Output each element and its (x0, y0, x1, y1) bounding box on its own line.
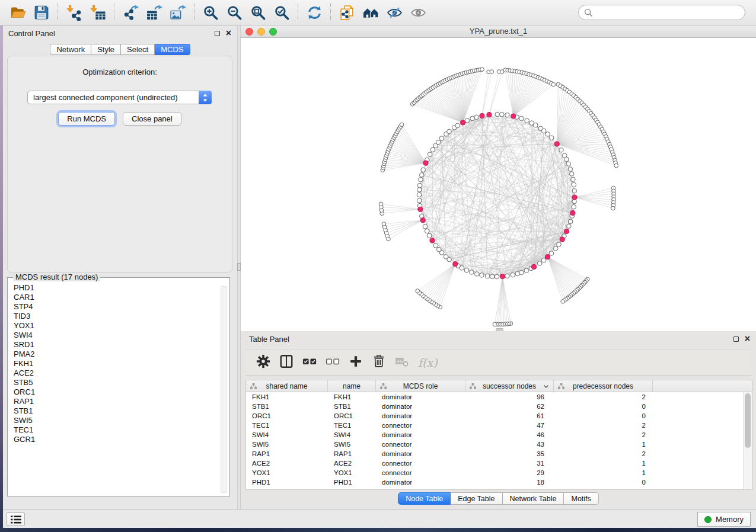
cell-predecessor-nodes: 2 (554, 392, 653, 402)
sites-icon[interactable] (360, 2, 381, 23)
cell-shared-name: YOX1 (246, 468, 328, 477)
import-network-icon[interactable] (63, 2, 85, 23)
deselect-all-icon[interactable] (326, 354, 340, 371)
cell-predecessor-nodes: 1 (554, 468, 653, 477)
mcds-result-item[interactable]: TID3 (14, 312, 215, 321)
mcds-result-item[interactable]: SWI4 (14, 331, 215, 340)
table-scrollbar[interactable] (743, 392, 752, 489)
table-row[interactable]: RAP1RAP1dominator352 (246, 449, 752, 459)
close-panel-button[interactable]: Close panel (123, 112, 181, 126)
mcds-result-box: MCDS result (17 nodes) PHD1CAR1STP4TID3Y… (7, 277, 230, 496)
result-scrollbar[interactable] (221, 286, 227, 493)
run-mcds-button[interactable]: Run MCDS (58, 112, 115, 126)
export-network-icon[interactable] (120, 2, 141, 23)
search-input[interactable] (596, 8, 739, 18)
column-header-name[interactable]: name (328, 380, 376, 392)
optimization-criterion-select[interactable]: largest connected component (undirected) (27, 91, 212, 104)
mcds-result-item[interactable]: STP4 (14, 302, 215, 312)
gear-icon[interactable] (256, 354, 270, 371)
tab-motifs[interactable]: Motifs (564, 492, 598, 505)
task-history-button[interactable] (7, 512, 25, 526)
cell-predecessor-nodes: 2 (554, 421, 653, 430)
export-image-icon[interactable] (167, 2, 189, 23)
tab-style[interactable]: Style (91, 44, 121, 55)
select-stepper-icon[interactable] (199, 91, 212, 104)
mcds-result-item[interactable]: ACE2 (14, 368, 215, 378)
column-label: predecessor nodes (573, 382, 633, 390)
zoom-selected-icon[interactable] (271, 2, 292, 23)
columns-icon[interactable] (279, 354, 294, 371)
column-header-predecessor-nodes[interactable]: predecessor nodes (554, 380, 653, 392)
table-row[interactable]: STB1STB1dominator620 (246, 402, 752, 411)
table-row[interactable]: ORC1ORC1dominator610 (246, 411, 752, 421)
refresh-layout-icon[interactable] (304, 2, 325, 23)
hierarchy-icon (380, 383, 387, 389)
mcds-result-item[interactable]: RAP1 (14, 397, 215, 406)
mcds-result-item[interactable]: CAR1 (14, 293, 215, 302)
mcds-result-item[interactable]: ORC1 (14, 387, 215, 397)
tab-mcds[interactable]: MCDS (155, 44, 190, 55)
cell-mcds-role: dominator (376, 449, 465, 459)
cell-mcds-role: dominator (376, 477, 465, 487)
mcds-result-item[interactable]: GCR1 (14, 435, 215, 444)
zoom-fit-icon[interactable] (247, 2, 269, 23)
tab-node-table[interactable]: Node Table (398, 492, 451, 505)
cell-name: SWI4 (328, 430, 376, 440)
mcds-result-item[interactable]: SWI5 (14, 416, 215, 425)
tab-edge-table[interactable]: Edge Table (451, 492, 502, 505)
table-row[interactable]: PHD1PHD1dominator180 (246, 477, 752, 487)
mcds-result-item[interactable]: YOX1 (14, 321, 215, 331)
mcds-result-item[interactable]: PMA2 (14, 350, 215, 359)
table-scrollbar-thumb[interactable] (745, 393, 751, 448)
mcds-result-item[interactable]: PHD1 (14, 283, 215, 293)
table-row[interactable]: FKH1FKH1dominator962 (246, 392, 752, 402)
column-header-mcds-role[interactable]: MCDS role (376, 380, 465, 392)
toolbar-separator (330, 4, 331, 21)
float-panel-icon[interactable] (733, 336, 739, 342)
table-row[interactable]: ACE2ACE2connector311 (246, 459, 752, 468)
memory-button[interactable]: Memory (697, 512, 751, 527)
mcds-result-item[interactable]: TEC1 (14, 425, 215, 435)
close-window-icon[interactable] (245, 28, 253, 36)
zoom-out-icon[interactable] (224, 2, 245, 23)
float-panel-icon[interactable] (215, 31, 220, 36)
add-column-icon[interactable] (349, 354, 363, 371)
table-panel: Table Panel × f(x) shared namenameMCDS r… (241, 331, 756, 509)
close-panel-icon[interactable]: × (745, 335, 750, 342)
save-icon[interactable] (31, 2, 52, 23)
import-table-icon[interactable] (87, 2, 109, 23)
cell-predecessor-nodes: 0 (554, 411, 653, 421)
hide-details-icon[interactable] (384, 2, 405, 23)
mcds-result-item[interactable]: STB1 (14, 406, 215, 416)
network-canvas[interactable] (241, 38, 756, 331)
select-all-icon[interactable] (302, 354, 317, 371)
column-header-shared-name[interactable]: shared name (246, 380, 328, 392)
delete-column-icon[interactable] (372, 354, 386, 371)
toolbar-separator (58, 4, 58, 21)
tab-network-table[interactable]: Network Table (503, 492, 564, 505)
minimize-window-icon[interactable] (257, 28, 265, 36)
column-label: successor nodes (483, 382, 536, 390)
tab-select[interactable]: Select (121, 44, 155, 55)
mcds-result-item[interactable]: STB5 (14, 378, 215, 387)
mcds-result-item[interactable]: SRD1 (14, 340, 215, 350)
zoom-in-icon[interactable] (200, 2, 221, 23)
table-row[interactable]: TEC1TEC1connector472 (246, 421, 752, 430)
close-panel-icon[interactable]: × (226, 30, 231, 37)
mcds-result-item[interactable]: FKH1 (14, 359, 215, 368)
cell-shared-name: TEC1 (246, 421, 328, 430)
show-details-icon[interactable] (407, 2, 429, 23)
open-folder-icon[interactable] (7, 2, 28, 23)
export-table-icon[interactable] (143, 2, 165, 23)
table-row[interactable]: SWI4SWI4dominator462 (246, 430, 752, 440)
tab-network[interactable]: Network (50, 44, 91, 55)
table-row[interactable]: SWI5SWI5connector431 (246, 440, 752, 449)
table-row[interactable]: YOX1YOX1connector291 (246, 468, 752, 477)
cell-successor-nodes: 47 (465, 421, 554, 430)
column-header-successor-nodes[interactable]: successor nodes (465, 380, 554, 392)
maximize-window-icon[interactable] (269, 28, 277, 36)
network-document-icon[interactable] (336, 2, 358, 23)
mcds-result-list[interactable]: PHD1CAR1STP4TID3YOX1SWI4SRD1PMA2FKH1ACE2… (14, 283, 215, 492)
window-traffic-lights (245, 28, 277, 36)
cell-shared-name: RAP1 (246, 449, 328, 459)
